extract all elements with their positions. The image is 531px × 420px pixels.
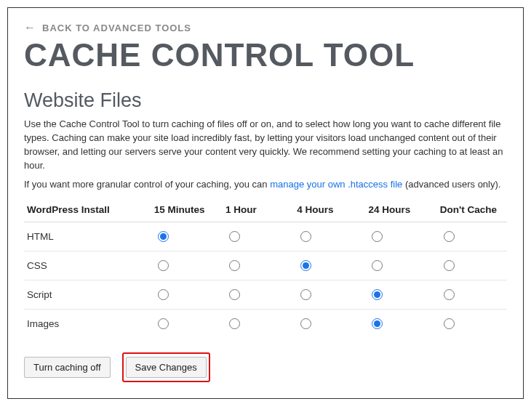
cache-radio[interactable] bbox=[158, 260, 169, 271]
radio-cell bbox=[364, 251, 435, 280]
radio-cell bbox=[292, 222, 364, 251]
radio-cell bbox=[436, 280, 507, 310]
cache-settings-table: WordPress Install 15 Minutes 1 Hour 4 Ho… bbox=[24, 198, 507, 338]
save-changes-button[interactable]: Save Changes bbox=[126, 357, 207, 378]
col-1-hour: 1 Hour bbox=[221, 198, 292, 222]
radio-cell bbox=[364, 310, 435, 339]
cache-radio[interactable] bbox=[158, 289, 169, 300]
col-dont-cache: Don't Cache bbox=[436, 198, 507, 222]
row-label: CSS bbox=[24, 251, 150, 280]
cache-radio[interactable] bbox=[158, 318, 169, 329]
radio-cell bbox=[150, 222, 221, 251]
radio-cell bbox=[436, 310, 507, 339]
row-label: HTML bbox=[24, 222, 150, 251]
row-label: Script bbox=[24, 280, 150, 310]
radio-cell bbox=[221, 251, 292, 280]
radio-cell bbox=[364, 222, 435, 251]
back-link-label: BACK TO ADVANCED TOOLS bbox=[42, 23, 191, 33]
section-title: Website Files bbox=[24, 89, 507, 112]
table-row: Script bbox=[24, 280, 507, 310]
col-4-hours: 4 Hours bbox=[292, 198, 364, 222]
radio-cell bbox=[292, 251, 364, 280]
cache-radio[interactable] bbox=[229, 289, 240, 300]
cache-radio[interactable] bbox=[444, 231, 455, 242]
radio-cell bbox=[436, 251, 507, 280]
button-row: Turn caching off Save Changes bbox=[24, 352, 507, 382]
cache-radio[interactable] bbox=[300, 260, 311, 271]
radio-cell bbox=[221, 280, 292, 310]
cache-radio[interactable] bbox=[229, 260, 240, 271]
col-24-hours: 24 Hours bbox=[364, 198, 435, 222]
desc2-before: If you want more granular control of you… bbox=[24, 179, 270, 190]
cache-radio[interactable] bbox=[444, 318, 455, 329]
cache-radio[interactable] bbox=[372, 318, 383, 329]
cache-radio[interactable] bbox=[158, 231, 169, 242]
save-changes-highlight: Save Changes bbox=[122, 352, 210, 382]
cache-radio[interactable] bbox=[444, 289, 455, 300]
radio-cell bbox=[150, 280, 221, 310]
col-15-minutes: 15 Minutes bbox=[150, 198, 221, 222]
radio-cell bbox=[292, 280, 364, 310]
table-row: Images bbox=[24, 310, 507, 339]
cache-radio[interactable] bbox=[372, 289, 383, 300]
radio-cell bbox=[364, 280, 435, 310]
col-wordpress-install: WordPress Install bbox=[24, 198, 150, 222]
cache-radio[interactable] bbox=[444, 260, 455, 271]
radio-cell bbox=[436, 222, 507, 251]
section-description-2: If you want more granular control of you… bbox=[24, 178, 507, 192]
table-row: CSS bbox=[24, 251, 507, 280]
cache-control-tool-page: ← BACK TO ADVANCED TOOLS CACHE CONTROL T… bbox=[7, 7, 524, 399]
radio-cell bbox=[292, 310, 364, 339]
cache-radio[interactable] bbox=[300, 318, 311, 329]
section-description-1: Use the Cache Control Tool to turn cachi… bbox=[24, 118, 507, 172]
radio-cell bbox=[221, 222, 292, 251]
cache-radio[interactable] bbox=[372, 260, 383, 271]
radio-cell bbox=[221, 310, 292, 339]
table-row: HTML bbox=[24, 222, 507, 251]
turn-caching-off-button[interactable]: Turn caching off bbox=[24, 357, 111, 378]
desc2-after: (advanced users only). bbox=[402, 179, 500, 190]
radio-cell bbox=[150, 251, 221, 280]
row-label: Images bbox=[24, 310, 150, 339]
cache-radio[interactable] bbox=[229, 318, 240, 329]
radio-cell bbox=[150, 310, 221, 339]
cache-radio[interactable] bbox=[300, 289, 311, 300]
manage-htaccess-link[interactable]: manage your own .htaccess file bbox=[270, 179, 402, 190]
cache-radio[interactable] bbox=[372, 231, 383, 242]
back-to-advanced-tools-link[interactable]: ← BACK TO ADVANCED TOOLS bbox=[24, 21, 191, 34]
cache-radio[interactable] bbox=[300, 231, 311, 242]
arrow-left-icon: ← bbox=[24, 21, 36, 34]
table-header-row: WordPress Install 15 Minutes 1 Hour 4 Ho… bbox=[24, 198, 507, 222]
cache-radio[interactable] bbox=[229, 231, 240, 242]
page-title: CACHE CONTROL TOOL bbox=[24, 37, 507, 73]
